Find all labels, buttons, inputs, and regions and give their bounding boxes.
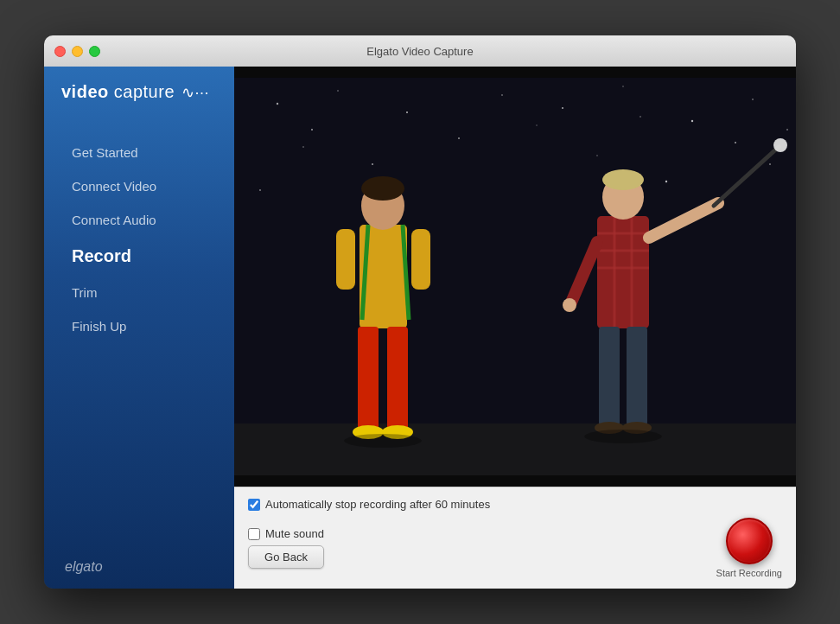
record-section: Start Recording — [716, 518, 782, 578]
logo-text: video capture — [61, 82, 175, 102]
video-scene — [234, 67, 796, 487]
sidebar-item-get-started[interactable]: Get Started — [51, 137, 227, 169]
sidebar-item-trim[interactable]: Trim — [51, 277, 227, 309]
window-title: Elgato Video Capture — [366, 45, 473, 58]
svg-point-6 — [622, 86, 623, 86]
traffic-lights — [54, 46, 100, 57]
bottom-bar: Automatically stop recording after 60 mi… — [234, 487, 796, 589]
start-recording-label: Start Recording — [716, 568, 782, 578]
svg-point-40 — [602, 169, 644, 190]
auto-stop-checkbox[interactable] — [248, 499, 260, 511]
sidebar-item-record[interactable]: Record — [51, 238, 227, 275]
svg-point-51 — [584, 430, 662, 443]
svg-point-20 — [786, 129, 788, 131]
svg-rect-42 — [627, 327, 647, 426]
svg-point-50 — [344, 434, 422, 448]
svg-rect-31 — [336, 229, 355, 290]
mute-sound-checkbox[interactable] — [248, 528, 260, 540]
svg-rect-41 — [599, 327, 620, 426]
sidebar-logo: video capture ∿··· — [44, 67, 234, 119]
svg-point-9 — [302, 146, 304, 148]
svg-point-3 — [406, 111, 408, 113]
start-recording-button[interactable] — [726, 518, 773, 564]
svg-point-12 — [596, 155, 598, 156]
svg-rect-27 — [358, 327, 379, 430]
auto-stop-label[interactable]: Automatically stop recording after 60 mi… — [248, 498, 490, 511]
svg-point-47 — [773, 138, 787, 152]
svg-point-18 — [311, 129, 313, 131]
elgato-brand: elgato — [44, 545, 234, 589]
go-back-button[interactable]: Go Back — [248, 545, 324, 569]
maximize-button[interactable] — [89, 46, 100, 57]
close-button[interactable] — [54, 46, 66, 57]
svg-point-4 — [501, 94, 503, 96]
svg-point-16 — [536, 124, 537, 125]
svg-rect-28 — [387, 327, 408, 430]
options-row: Automatically stop recording after 60 mi… — [248, 498, 782, 511]
minimize-button[interactable] — [72, 46, 83, 57]
sidebar-item-connect-audio[interactable]: Connect Audio — [51, 204, 227, 236]
svg-point-15 — [665, 181, 667, 182]
svg-point-2 — [337, 90, 339, 92]
app-window: Elgato Video Capture video capture ∿··· … — [44, 35, 796, 589]
titlebar: Elgato Video Capture — [44, 35, 796, 67]
svg-point-26 — [361, 176, 404, 201]
svg-point-8 — [752, 99, 754, 100]
sidebar-nav: Get Started Connect Video Connect Audio … — [44, 119, 234, 545]
svg-point-11 — [458, 137, 460, 139]
svg-point-49 — [563, 298, 576, 312]
sidebar-item-finish-up[interactable]: Finish Up — [51, 310, 227, 342]
svg-point-5 — [562, 107, 563, 109]
left-controls: Mute sound Go Back — [248, 527, 324, 569]
svg-rect-21 — [234, 423, 796, 475]
mute-sound-text: Mute sound — [265, 527, 324, 540]
action-row: Mute sound Go Back Start Recording — [248, 518, 782, 578]
svg-point-7 — [691, 120, 693, 122]
svg-point-19 — [640, 116, 641, 118]
main-content: video capture ∿··· Get Started Connect V… — [44, 67, 796, 589]
svg-point-17 — [769, 163, 771, 165]
auto-stop-text: Automatically stop recording after 60 mi… — [265, 498, 490, 511]
video-preview — [234, 67, 796, 487]
right-panel: Automatically stop recording after 60 mi… — [234, 67, 796, 589]
svg-point-14 — [259, 189, 261, 191]
svg-point-13 — [735, 142, 736, 143]
logo-wave-icon: ∿··· — [181, 83, 209, 102]
mute-sound-label[interactable]: Mute sound — [248, 527, 324, 540]
svg-rect-0 — [234, 78, 796, 475]
app-logo: video capture ∿··· — [61, 82, 217, 102]
sidebar: video capture ∿··· Get Started Connect V… — [44, 67, 234, 589]
svg-point-1 — [277, 103, 278, 105]
svg-rect-32 — [411, 229, 430, 290]
sidebar-item-connect-video[interactable]: Connect Video — [51, 170, 227, 202]
svg-point-10 — [372, 163, 373, 165]
